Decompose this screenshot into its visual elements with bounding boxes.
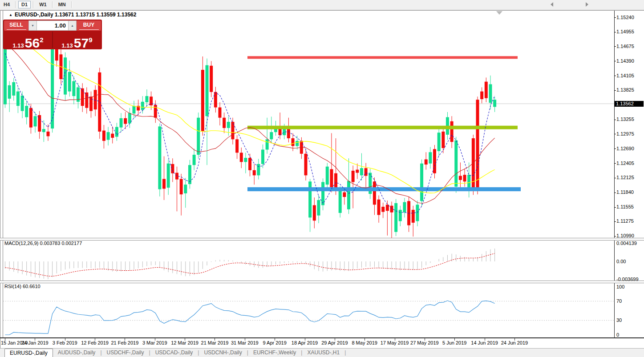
date-axis-label: 17 May 2019: [378, 340, 412, 345]
chart-symbol: EURUSD-,Daily: [15, 12, 53, 18]
macd-axis-label: -0.003699: [616, 277, 639, 282]
price-axis-tick: [614, 134, 616, 134]
volume-decrease-icon[interactable]: [28, 20, 37, 31]
price-axis-label: 1.13825: [616, 87, 634, 92]
date-axis-label: 9 Apr 2019: [258, 340, 292, 345]
price-axis-tick: [614, 76, 616, 76]
tab-separator: |: [344, 349, 346, 357]
date-axis-label: 12 Mar 2019: [168, 340, 202, 345]
price-axis-tick: [614, 17, 616, 18]
macd-indicator-label: MACD(12,26,9) 0.003783 0.002177: [4, 241, 82, 246]
tab-scroll-right-icon[interactable]: [586, 2, 588, 7]
price-axis-label: 1.14390: [616, 58, 634, 64]
date-axis-tick: [185, 338, 185, 341]
level-line-resistance: [247, 56, 518, 59]
date-axis-label: 24 Jan 2019: [18, 340, 52, 345]
chart-tab-audusd[interactable]: AUDUSD-,Daily: [53, 349, 101, 357]
price-axis-label: 1.14675: [616, 44, 634, 49]
period-button-h4[interactable]: H4: [0, 1, 13, 8]
price-axis-tick: [614, 193, 616, 193]
date-axis-tick: [454, 338, 455, 341]
volume-increase-icon[interactable]: [68, 20, 77, 31]
date-axis-tick: [35, 338, 35, 341]
level-line-mid-support: [247, 126, 518, 129]
price-axis-tick: [614, 163, 616, 164]
rsi-axis-label: 100: [616, 284, 624, 289]
price-axis-tick: [614, 207, 616, 208]
chart-tab-eurchf[interactable]: EURCHF-,Weekly: [248, 349, 301, 357]
date-axis-label: 18 Apr 2019: [288, 340, 322, 345]
date-axis-label: 24 Jun 2019: [498, 340, 531, 345]
buy-price[interactable]: 1.13579: [52, 32, 101, 48]
rsi-axis-label: 30: [616, 317, 622, 323]
price-axis-label: 1.11275: [616, 218, 634, 224]
chart-tab-usdcnh[interactable]: USDCNH-,Daily: [199, 349, 247, 357]
date-axis-tick: [425, 338, 425, 341]
price-axis-label: 1.14105: [616, 73, 634, 78]
date-axis-label: 14 Jun 2019: [468, 340, 502, 345]
tab-scroll-left-icon[interactable]: [551, 2, 553, 7]
symbol-marker-icon: ▲: [9, 13, 12, 17]
date-axis-label: 3 Mar 2019: [138, 340, 172, 345]
price-axis-label: 1.12125: [616, 175, 634, 180]
price-axis-tick: [614, 46, 616, 47]
macd-axis-label: 0.004139: [616, 241, 637, 246]
date-axis-tick: [65, 338, 65, 341]
price-axis-label: 1.11555: [616, 204, 634, 209]
sell-button[interactable]: SELL: [4, 20, 28, 31]
price-axis-label: 1.10990: [616, 233, 634, 238]
date-axis-tick: [95, 338, 95, 341]
current-price-tag: 1.13562: [615, 101, 644, 107]
period-button-mn[interactable]: MN: [55, 1, 69, 8]
price-axis-label: 1.12690: [616, 146, 634, 151]
price-axis-label: 1.15240: [616, 15, 634, 20]
date-axis-tick: [245, 338, 245, 341]
date-axis-label: 3 Feb 2019: [48, 340, 82, 345]
rsi-axis-label: 0: [616, 332, 619, 337]
toolbar-separator: [15, 1, 16, 8]
date-axis-tick: [485, 338, 485, 341]
trade-panel: SELL BUY 1.13562 1.13579: [3, 20, 102, 49]
rsi-indicator-label: RSI(14) 60.6610: [4, 284, 41, 289]
price-axis-tick: [614, 221, 616, 222]
toolbar-separator: [33, 1, 34, 8]
macd-panel-separator[interactable]: [0, 238, 644, 241]
period-button-w1[interactable]: W1: [36, 1, 50, 8]
volume-input[interactable]: [37, 20, 68, 31]
chart-tab-xauusd[interactable]: XAUUSD-,H1: [302, 349, 344, 357]
price-axis-label: 1.14955: [616, 29, 634, 34]
chart-tab-eurusd[interactable]: EURUSD-,Daily: [4, 349, 53, 357]
date-axis-label: 5 Jun 2019: [437, 340, 471, 345]
date-axis-tick: [395, 338, 395, 341]
window-left-border: [0, 10, 0, 357]
chart-tab-usdchf[interactable]: USDCHF-,Daily: [102, 349, 149, 357]
date-axis-label: 12 Feb 2019: [78, 340, 112, 345]
macd-axis-label: 0.00: [616, 259, 626, 264]
price-axis-label: 1.12405: [616, 160, 634, 166]
chart-tab-usdcad[interactable]: USDCAD-,Daily: [150, 349, 198, 357]
buy-button[interactable]: BUY: [77, 20, 101, 31]
date-axis-line: [0, 337, 644, 338]
chart-canvas[interactable]: [0, 0, 644, 357]
toolbar-separator: [52, 1, 53, 8]
price-axis-label: 1.13255: [616, 116, 634, 122]
price-axis-line: [614, 11, 615, 338]
scroll-to-end-icon[interactable]: [496, 11, 502, 15]
rsi-panel-separator[interactable]: [0, 281, 644, 283]
date-axis-label: 29 Apr 2019: [318, 340, 352, 345]
date-axis-label: 21 Feb 2019: [108, 340, 142, 345]
date-axis-tick: [275, 338, 275, 341]
price-axis-tick: [614, 148, 616, 149]
date-axis-label: 31 Mar 2019: [228, 340, 262, 345]
price-axis-tick: [614, 236, 616, 237]
date-axis-tick: [335, 338, 335, 341]
period-button-d1[interactable]: D1: [18, 1, 31, 8]
price-axis-label: 1.12975: [616, 131, 634, 136]
date-axis-tick: [215, 338, 215, 341]
price-axis-tick: [614, 61, 616, 61]
chart-ohlc-values: 1.13671 1.13715 1.13559 1.13562: [55, 12, 137, 18]
date-axis-tick: [514, 338, 515, 341]
chart-title: ▲EURUSD-,Daily 1.13671 1.13715 1.13559 1…: [9, 12, 136, 18]
chart-tab-bar: EURUSD-,DailyAUDUSD-,Daily|USDCHF-,Daily…: [0, 348, 644, 357]
sell-price[interactable]: 1.13562: [4, 32, 52, 48]
